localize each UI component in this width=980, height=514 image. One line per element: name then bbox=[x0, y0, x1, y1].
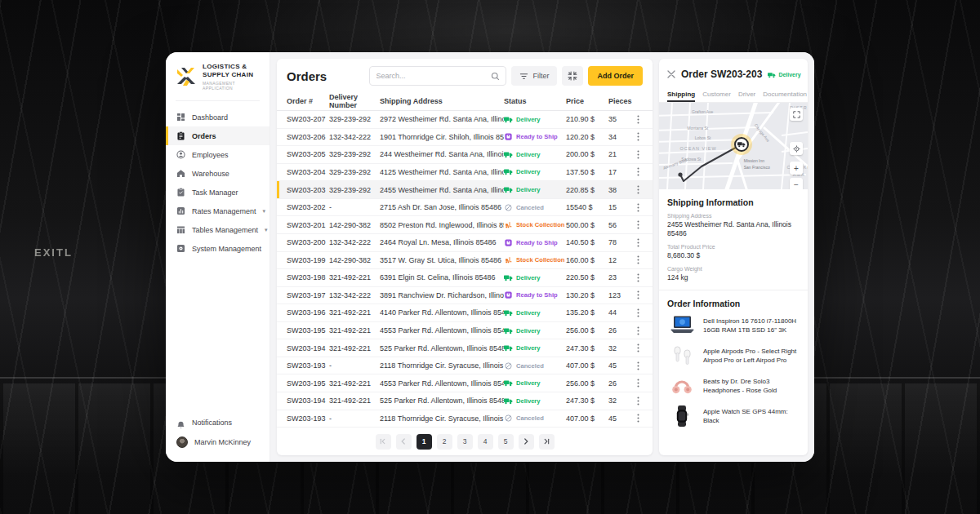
nav-icon bbox=[176, 188, 185, 197]
logo-icon bbox=[176, 66, 197, 87]
row-kebab-menu-icon[interactable] bbox=[633, 379, 643, 388]
search-input[interactable] bbox=[376, 72, 486, 80]
cell-pieces: 44 bbox=[608, 308, 633, 317]
column-status: Status bbox=[504, 97, 566, 105]
map-street-label: Grafton Ave bbox=[692, 109, 713, 114]
cell-price: 407.00 $ bbox=[566, 361, 608, 370]
cell-price: 160.00 $ bbox=[566, 256, 608, 264]
product-name: Apple Airpods Pro - Select Right Airpod … bbox=[703, 347, 800, 365]
row-kebab-menu-icon[interactable] bbox=[633, 361, 643, 370]
table-row[interactable]: SW203-207 329-239-292 2972 Westheimer Rd… bbox=[277, 111, 653, 129]
sidebar-item-orders[interactable]: Orders bbox=[166, 126, 270, 145]
row-kebab-menu-icon[interactable] bbox=[633, 220, 643, 229]
pagination-page-2[interactable]: 2 bbox=[437, 434, 452, 450]
sidebar-item-task-manager[interactable]: Task Manager bbox=[166, 183, 270, 202]
user-menu[interactable]: Marvin McKinney bbox=[166, 432, 270, 452]
row-kebab-menu-icon[interactable] bbox=[633, 290, 643, 299]
pagination-page-1[interactable]: 1 bbox=[416, 434, 432, 450]
row-kebab-menu-icon[interactable] bbox=[633, 273, 643, 282]
map-zoom-in-button[interactable]: + bbox=[790, 162, 803, 175]
cell-shipping-address: 2464 Royal Ln. Mesa, Illinois 85486 bbox=[380, 238, 504, 246]
chevron-down-icon[interactable]: ▾ bbox=[265, 227, 268, 233]
map-fullscreen-button[interactable] bbox=[790, 108, 803, 121]
sidebar-item-tables-management[interactable]: Tables Management ▾ bbox=[166, 220, 270, 239]
table-row[interactable]: SW203-202 - 2715 Ash Dr. San Jose, Illin… bbox=[277, 199, 653, 217]
product-item[interactable]: Apple Watch SE GPS 44mm: Black bbox=[667, 405, 800, 428]
search-input-wrap bbox=[369, 66, 506, 86]
row-kebab-menu-icon[interactable] bbox=[633, 255, 643, 264]
nav-item-label: Task Manager bbox=[192, 188, 238, 197]
cell-order-number: SW203-196 bbox=[287, 308, 329, 317]
pagination-prev-button[interactable] bbox=[396, 434, 412, 450]
sidebar-item-system-management[interactable]: System Management bbox=[166, 239, 270, 258]
table-row[interactable]: SW203-195 321-492-221 4553 Parker Rd. Al… bbox=[277, 374, 653, 392]
product-item[interactable]: Dell Inspiron 16 7610 i7-11800H 16GB RAM… bbox=[667, 314, 800, 337]
sidebar-item-dashboard[interactable]: Dashboard bbox=[166, 108, 270, 126]
table-row[interactable]: SW203-194 321-492-221 525 Parker Rd. All… bbox=[277, 392, 653, 410]
table-row[interactable]: SW203-193 - 2118 Thornridge Cir. Syracus… bbox=[277, 357, 653, 375]
cell-delivery-number: 329-239-292 bbox=[329, 186, 380, 194]
row-kebab-menu-icon[interactable] bbox=[633, 185, 643, 194]
map[interactable]: Grafton AveDISTRMontana StLobos StOCEAN … bbox=[659, 103, 808, 189]
cell-shipping-address: 4553 Parker Rd. Allentown, Illinois 8548… bbox=[380, 379, 504, 388]
tab-customer[interactable]: Customer bbox=[702, 87, 731, 102]
pagination-last-button[interactable] bbox=[539, 434, 555, 450]
chevron-down-icon[interactable]: ▾ bbox=[263, 208, 266, 215]
pagination-next-button[interactable] bbox=[519, 434, 534, 450]
add-order-button[interactable]: Add Order bbox=[588, 66, 643, 86]
tab-shipping[interactable]: Shipping bbox=[667, 87, 695, 102]
cell-order-number: SW203-193 bbox=[287, 414, 329, 423]
product-item[interactable]: Beats by Dr. Dre Solo3 Headphones - Rose… bbox=[667, 374, 800, 397]
nav-item-label: Tables Management bbox=[192, 226, 258, 234]
notifications-button[interactable]: Notifications bbox=[166, 413, 270, 432]
table-row[interactable]: SW203-200 132-342-222 2464 Royal Ln. Mes… bbox=[277, 234, 653, 252]
row-kebab-menu-icon[interactable] bbox=[633, 397, 643, 405]
map-zoom-out-button[interactable]: − bbox=[790, 178, 803, 189]
row-kebab-menu-icon[interactable] bbox=[633, 343, 643, 352]
table-row[interactable]: SW203-201 142-290-382 8502 Preston Rd. I… bbox=[277, 216, 653, 234]
row-kebab-menu-icon[interactable] bbox=[633, 167, 643, 176]
table-row[interactable]: SW203-197 132-342-222 3891 Ranchview Dr.… bbox=[277, 287, 653, 305]
row-kebab-menu-icon[interactable] bbox=[633, 238, 643, 247]
table-row[interactable]: SW203-205 329-239-292 244 Westheimer Rd.… bbox=[277, 146, 653, 164]
tab-documentation[interactable]: Documentation bbox=[763, 87, 807, 102]
cell-shipping-address: 2972 Westheimer Rd. Santa Ana, Illinois … bbox=[380, 115, 504, 123]
scan-button[interactable] bbox=[562, 66, 583, 86]
product-item[interactable]: Apple Airpods Pro - Select Right Airpod … bbox=[667, 344, 800, 367]
map-locate-button[interactable] bbox=[790, 142, 803, 155]
table-row[interactable]: SW203-206 132-342-222 1901 Thornridge Ci… bbox=[277, 129, 653, 147]
pagination-page-5[interactable]: 5 bbox=[498, 434, 514, 450]
row-kebab-menu-icon[interactable] bbox=[633, 308, 643, 317]
table-row[interactable]: SW203-193 - 2118 Thornridge Cir. Syracus… bbox=[277, 410, 653, 428]
table-row[interactable]: SW203-198 321-492-221 6391 Elgin St. Cel… bbox=[277, 269, 653, 287]
shipping-info-field: Cargo Weight 124 kg bbox=[667, 266, 800, 282]
tab-driver[interactable]: Driver bbox=[738, 87, 755, 102]
sidebar-item-employees[interactable]: Employees bbox=[166, 145, 270, 164]
row-kebab-menu-icon[interactable] bbox=[633, 132, 643, 141]
cell-pieces: 35 bbox=[608, 115, 633, 123]
row-kebab-menu-icon[interactable] bbox=[633, 150, 643, 159]
filter-button[interactable]: Filter bbox=[511, 66, 557, 86]
pagination-page-4[interactable]: 4 bbox=[478, 434, 493, 450]
row-kebab-menu-icon[interactable] bbox=[633, 326, 643, 335]
status-badge-delivery: Delivery bbox=[504, 274, 566, 281]
detail-status-badge: Delivery bbox=[768, 67, 800, 82]
sidebar-item-rates-management[interactable]: Rates Management ▾ bbox=[166, 202, 270, 220]
pagination-first-button[interactable] bbox=[376, 434, 391, 450]
cell-pieces: 38 bbox=[608, 186, 633, 194]
section-divider bbox=[659, 290, 808, 290]
table-row[interactable]: SW203-196 321-492-221 4140 Parker Rd. Al… bbox=[277, 304, 653, 322]
cell-shipping-address: 2715 Ash Dr. San Jose, Illinois 85486 bbox=[380, 203, 504, 211]
detail-header: Order SW203-203 Delivery bbox=[659, 59, 808, 87]
sidebar-item-warehouse[interactable]: Warehouse bbox=[166, 164, 270, 183]
table-row[interactable]: SW203-199 142-290-382 3517 W. Gray St. U… bbox=[277, 252, 653, 270]
row-kebab-menu-icon[interactable] bbox=[633, 414, 643, 423]
table-row[interactable]: SW203-195 321-492-221 4553 Parker Rd. Al… bbox=[277, 322, 653, 340]
table-row[interactable]: SW203-203 329-239-292 2455 Westheimer Rd… bbox=[277, 181, 653, 199]
row-kebab-menu-icon[interactable] bbox=[633, 115, 643, 124]
row-kebab-menu-icon[interactable] bbox=[633, 203, 643, 212]
close-icon[interactable] bbox=[667, 70, 675, 78]
table-row[interactable]: SW203-204 329-239-292 4125 Westheimer Rd… bbox=[277, 164, 653, 182]
pagination-page-3[interactable]: 3 bbox=[457, 434, 473, 450]
table-row[interactable]: SW203-194 321-492-221 525 Parker Rd. All… bbox=[277, 339, 653, 357]
